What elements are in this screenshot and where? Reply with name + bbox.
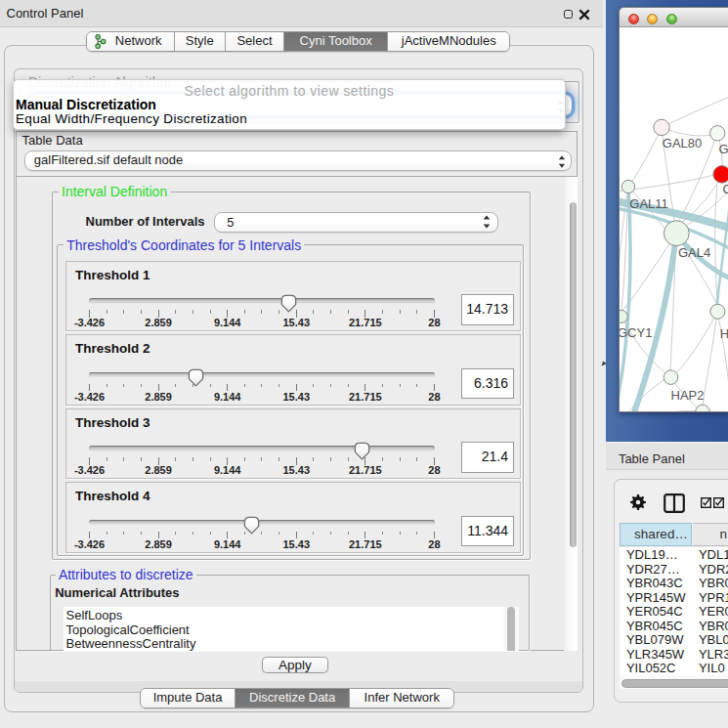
svg-text:C: C [722, 182, 728, 196]
svg-text:GAL80: GAL80 [662, 136, 701, 150]
svg-text:GCY1: GCY1 [620, 325, 652, 340]
svg-text:GAL4: GAL4 [677, 245, 709, 260]
svg-text:GA: GA [718, 142, 728, 156]
svg-text:GAL11: GAL11 [629, 196, 668, 211]
svg-text:HAP2: HAP2 [670, 388, 704, 403]
svg-text:H: H [719, 326, 728, 341]
